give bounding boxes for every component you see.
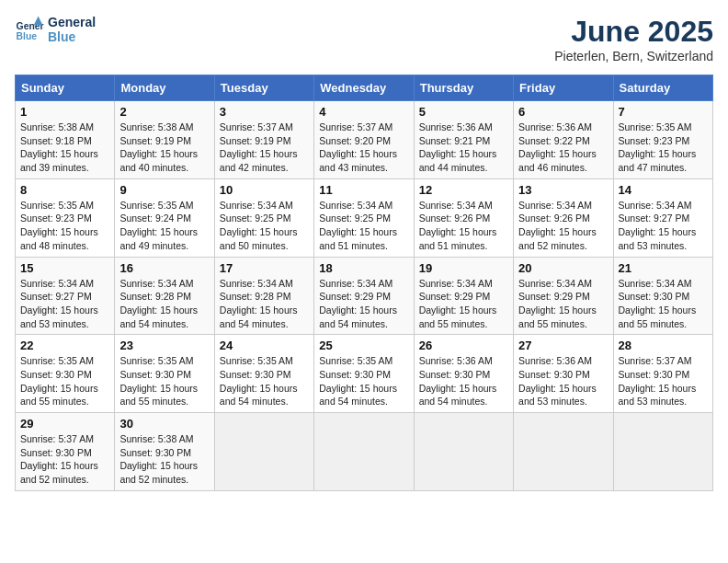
day-number: 14 (619, 183, 708, 197)
calendar-cell: 6 Sunrise: 5:36 AMSunset: 9:22 PMDayligh… (514, 101, 613, 179)
calendar-cell: 26 Sunrise: 5:36 AMSunset: 9:30 PMDaylig… (414, 335, 513, 413)
day-info: Sunrise: 5:37 AMSunset: 9:30 PMDaylight:… (619, 354, 708, 408)
day-number: 28 (619, 339, 708, 352)
calendar-cell: 20 Sunrise: 5:34 AMSunset: 9:29 PMDaylig… (514, 257, 613, 335)
calendar-cell: 12 Sunrise: 5:34 AMSunset: 9:26 PMDaylig… (414, 178, 513, 257)
col-header-thursday: Thursday (414, 75, 513, 101)
col-header-wednesday: Wednesday (314, 75, 414, 101)
day-number: 30 (119, 417, 209, 431)
day-number: 6 (518, 105, 608, 119)
day-info: Sunrise: 5:35 AMSunset: 9:30 PMDaylight:… (20, 354, 109, 408)
col-header-tuesday: Tuesday (214, 75, 313, 101)
day-info: Sunrise: 5:38 AMSunset: 9:18 PMDaylight:… (20, 121, 109, 175)
day-number: 13 (518, 183, 608, 197)
day-number: 22 (20, 339, 109, 352)
col-header-sunday: Sunday (16, 75, 115, 101)
day-number: 11 (319, 183, 408, 197)
calendar-cell: 16 Sunrise: 5:34 AMSunset: 9:28 PMDaylig… (115, 257, 214, 335)
calendar-cell: 17 Sunrise: 5:34 AMSunset: 9:28 PMDaylig… (214, 257, 313, 335)
day-info: Sunrise: 5:36 AMSunset: 9:30 PMDaylight:… (518, 354, 608, 408)
calendar-cell: 27 Sunrise: 5:36 AMSunset: 9:30 PMDaylig… (514, 335, 613, 413)
day-number: 15 (20, 261, 109, 275)
calendar-cell: 8 Sunrise: 5:35 AMSunset: 9:23 PMDayligh… (16, 178, 115, 257)
day-number: 1 (20, 105, 109, 119)
calendar-cell: 4 Sunrise: 5:37 AMSunset: 9:20 PMDayligh… (314, 101, 414, 179)
day-number: 26 (419, 339, 508, 352)
calendar-cell: 7 Sunrise: 5:35 AMSunset: 9:23 PMDayligh… (613, 101, 712, 179)
calendar-cell: 15 Sunrise: 5:34 AMSunset: 9:27 PMDaylig… (16, 257, 115, 335)
day-number: 8 (20, 183, 109, 197)
day-info: Sunrise: 5:36 AMSunset: 9:21 PMDaylight:… (419, 121, 508, 175)
logo-line1: General (48, 15, 96, 29)
calendar-cell (314, 413, 414, 491)
day-number: 27 (518, 339, 608, 352)
day-number: 25 (319, 339, 408, 352)
day-info: Sunrise: 5:34 AMSunset: 9:25 PMDaylight:… (220, 199, 309, 253)
day-info: Sunrise: 5:34 AMSunset: 9:26 PMDaylight:… (518, 199, 608, 253)
day-number: 3 (220, 105, 309, 119)
week-row-3: 15 Sunrise: 5:34 AMSunset: 9:27 PMDaylig… (16, 257, 713, 335)
svg-text:Blue: Blue (17, 31, 38, 41)
day-number: 24 (220, 339, 309, 352)
calendar-cell: 28 Sunrise: 5:37 AMSunset: 9:30 PMDaylig… (613, 335, 712, 413)
calendar-cell: 19 Sunrise: 5:34 AMSunset: 9:29 PMDaylig… (414, 257, 513, 335)
col-header-monday: Monday (115, 75, 214, 101)
day-info: Sunrise: 5:35 AMSunset: 9:23 PMDaylight:… (20, 199, 109, 253)
day-info: Sunrise: 5:35 AMSunset: 9:30 PMDaylight:… (119, 354, 209, 408)
calendar-cell: 3 Sunrise: 5:37 AMSunset: 9:19 PMDayligh… (214, 101, 313, 179)
title-block: June 2025 Pieterlen, Bern, Switzerland (554, 15, 713, 63)
day-info: Sunrise: 5:35 AMSunset: 9:23 PMDaylight:… (619, 121, 708, 175)
day-info: Sunrise: 5:36 AMSunset: 9:30 PMDaylight:… (419, 354, 508, 408)
day-number: 20 (518, 261, 608, 275)
day-info: Sunrise: 5:34 AMSunset: 9:28 PMDaylight:… (220, 277, 309, 331)
calendar-cell: 5 Sunrise: 5:36 AMSunset: 9:21 PMDayligh… (414, 101, 513, 179)
calendar-table: SundayMondayTuesdayWednesdayThursdayFrid… (15, 75, 713, 491)
day-info: Sunrise: 5:37 AMSunset: 9:30 PMDaylight:… (20, 432, 109, 487)
day-number: 16 (119, 261, 209, 275)
calendar-cell: 30 Sunrise: 5:38 AMSunset: 9:30 PMDaylig… (115, 413, 214, 491)
logo-line2: Blue (48, 29, 96, 44)
calendar-cell (414, 413, 513, 491)
day-info: Sunrise: 5:35 AMSunset: 9:30 PMDaylight:… (319, 354, 408, 408)
day-info: Sunrise: 5:34 AMSunset: 9:30 PMDaylight:… (619, 277, 708, 331)
day-info: Sunrise: 5:34 AMSunset: 9:27 PMDaylight:… (619, 199, 708, 253)
week-row-4: 22 Sunrise: 5:35 AMSunset: 9:30 PMDaylig… (16, 335, 713, 413)
week-row-5: 29 Sunrise: 5:37 AMSunset: 9:30 PMDaylig… (16, 413, 713, 491)
day-info: Sunrise: 5:34 AMSunset: 9:28 PMDaylight:… (119, 277, 209, 331)
month-title: June 2025 (554, 15, 713, 49)
location: Pieterlen, Bern, Switzerland (554, 49, 713, 63)
day-number: 4 (319, 105, 408, 119)
day-number: 7 (619, 105, 708, 119)
day-info: Sunrise: 5:37 AMSunset: 9:19 PMDaylight:… (220, 121, 309, 175)
calendar-cell: 10 Sunrise: 5:34 AMSunset: 9:25 PMDaylig… (214, 178, 313, 257)
calendar-cell (613, 413, 712, 491)
day-info: Sunrise: 5:34 AMSunset: 9:27 PMDaylight:… (20, 277, 109, 331)
page-header: General Blue General Blue June 2025 Piet… (15, 15, 713, 63)
day-info: Sunrise: 5:35 AMSunset: 9:30 PMDaylight:… (220, 354, 309, 408)
day-number: 5 (419, 105, 508, 119)
day-info: Sunrise: 5:34 AMSunset: 9:26 PMDaylight:… (419, 199, 508, 253)
calendar-cell: 1 Sunrise: 5:38 AMSunset: 9:18 PMDayligh… (16, 101, 115, 179)
day-info: Sunrise: 5:34 AMSunset: 9:29 PMDaylight:… (319, 277, 408, 331)
day-info: Sunrise: 5:36 AMSunset: 9:22 PMDaylight:… (518, 121, 608, 175)
calendar-cell: 24 Sunrise: 5:35 AMSunset: 9:30 PMDaylig… (214, 335, 313, 413)
calendar-cell: 2 Sunrise: 5:38 AMSunset: 9:19 PMDayligh… (115, 101, 214, 179)
day-info: Sunrise: 5:34 AMSunset: 9:29 PMDaylight:… (419, 277, 508, 331)
calendar-cell (514, 413, 613, 491)
calendar-cell: 9 Sunrise: 5:35 AMSunset: 9:24 PMDayligh… (115, 178, 214, 257)
day-info: Sunrise: 5:38 AMSunset: 9:19 PMDaylight:… (119, 121, 209, 175)
day-number: 19 (419, 261, 508, 275)
logo: General Blue General Blue (15, 15, 96, 44)
day-info: Sunrise: 5:38 AMSunset: 9:30 PMDaylight:… (119, 432, 209, 487)
calendar-cell: 29 Sunrise: 5:37 AMSunset: 9:30 PMDaylig… (16, 413, 115, 491)
day-number: 17 (220, 261, 309, 275)
column-headers-row: SundayMondayTuesdayWednesdayThursdayFrid… (16, 75, 713, 101)
calendar-cell: 23 Sunrise: 5:35 AMSunset: 9:30 PMDaylig… (115, 335, 214, 413)
day-number: 12 (419, 183, 508, 197)
calendar-cell: 18 Sunrise: 5:34 AMSunset: 9:29 PMDaylig… (314, 257, 414, 335)
day-info: Sunrise: 5:35 AMSunset: 9:24 PMDaylight:… (119, 199, 209, 253)
week-row-2: 8 Sunrise: 5:35 AMSunset: 9:23 PMDayligh… (16, 178, 713, 257)
calendar-cell: 14 Sunrise: 5:34 AMSunset: 9:27 PMDaylig… (613, 178, 712, 257)
calendar-cell: 21 Sunrise: 5:34 AMSunset: 9:30 PMDaylig… (613, 257, 712, 335)
calendar-cell: 22 Sunrise: 5:35 AMSunset: 9:30 PMDaylig… (16, 335, 115, 413)
